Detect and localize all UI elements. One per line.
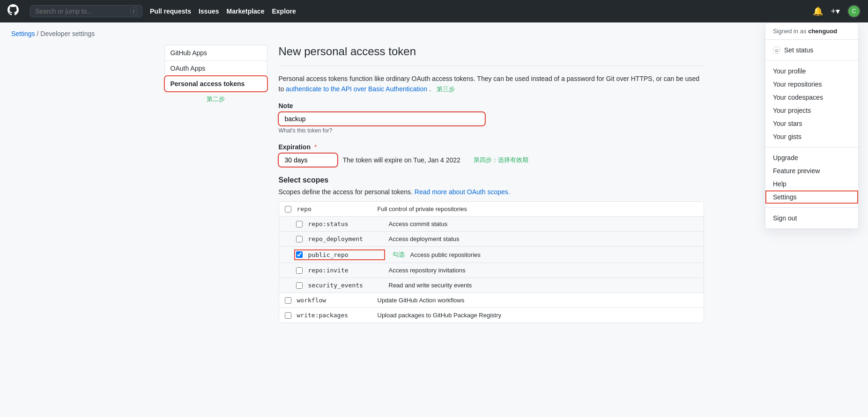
- status-icon: ☺: [773, 46, 780, 54]
- dropdown-help[interactable]: Help: [765, 177, 858, 190]
- scope-checkbox-repo-status[interactable]: [296, 221, 303, 227]
- check-label: 勾选: [393, 250, 405, 259]
- dropdown-your-profile[interactable]: Your profile: [765, 65, 858, 78]
- search-shortcut: /: [130, 7, 137, 15]
- scope-name-security-events: security_events: [308, 282, 383, 289]
- scope-desc-repo-status: Access commit status: [389, 220, 448, 227]
- username: chenguod: [808, 28, 837, 35]
- expiration-label: Expiration: [279, 143, 311, 151]
- scope-checkbox-security-events[interactable]: [296, 282, 303, 289]
- scope-desc-repo-invite: Access repository invitations: [389, 267, 466, 274]
- user-dropdown: Signed in as chenguod ☺ Set status Your …: [765, 22, 859, 229]
- dropdown-profile-section: Your profile Your repositories Your code…: [765, 61, 858, 147]
- nav-pull-requests[interactable]: Pull requests: [150, 7, 191, 15]
- step2-label: 第二步: [164, 95, 267, 103]
- expiration-select[interactable]: 30 days 60 days 90 days Custom No expira…: [279, 154, 337, 167]
- main-layout: GitHub Apps OAuth Apps Personal access t…: [153, 45, 715, 323]
- scope-desc-security-events: Read and write security events: [389, 282, 472, 289]
- desc-link[interactable]: authenticate to the API over Basic Authe…: [286, 85, 427, 93]
- scope-checkbox-repo[interactable]: [285, 206, 291, 212]
- scopes-desc-link[interactable]: Read more about OAuth scopes.: [415, 188, 510, 196]
- expiration-row: 30 days 60 days 90 days Custom No expira…: [279, 154, 704, 167]
- scope-name-repo-deployment: repo_deployment: [308, 235, 383, 242]
- scope-desc-repo-deployment: Access deployment status: [389, 235, 460, 242]
- expiration-date-text: The token will expire on Tue, Jan 4 2022: [343, 156, 460, 164]
- scope-name-write-packages: write:packages: [297, 312, 372, 319]
- scope-row-repo-deployment: repo_deployment Access deployment status: [279, 232, 704, 247]
- search-input[interactable]: [35, 7, 126, 15]
- dropdown-feature-preview[interactable]: Feature preview: [765, 164, 858, 177]
- dropdown-your-stars[interactable]: Your stars: [765, 117, 858, 130]
- scopes-desc-text: Scopes define the access for personal to…: [279, 188, 415, 196]
- dropdown-status-section: ☺ Set status: [765, 40, 858, 61]
- description: Personal access tokens function like ord…: [279, 73, 704, 95]
- dropdown-your-gists[interactable]: Your gists: [765, 130, 858, 143]
- expiration-group: Expiration * 30 days 60 days 90 days Cus…: [279, 143, 704, 167]
- expiration-label-row: Expiration *: [279, 143, 704, 151]
- scopes-section: Select scopes Scopes define the access f…: [279, 176, 704, 323]
- search-box[interactable]: /: [30, 5, 142, 17]
- scope-checkbox-workflow[interactable]: [285, 297, 291, 304]
- avatar-button[interactable]: C: [847, 5, 861, 18]
- scope-desc-repo: Full control of private repositories: [378, 205, 467, 212]
- scope-name-repo-invite: repo:invite: [308, 267, 383, 274]
- scope-row-repo-invite: repo:invite Access repository invitation…: [279, 263, 704, 278]
- github-logo: [7, 4, 19, 18]
- dropdown-header: Signed in as chenguod: [765, 23, 858, 40]
- scope-checkbox-repo-deployment[interactable]: [296, 236, 303, 242]
- sidebar: GitHub Apps OAuth Apps Personal access t…: [164, 45, 267, 323]
- signed-in-text: Signed in as: [773, 28, 808, 35]
- set-status-item[interactable]: ☺ Set status: [765, 44, 858, 57]
- nav-links: Pull requests Issues Marketplace Explore: [150, 7, 296, 15]
- required-indicator: *: [314, 143, 317, 151]
- dropdown-your-codespaces[interactable]: Your codespaces: [765, 91, 858, 104]
- public-repo-highlight: public_repo: [296, 251, 383, 258]
- dropdown-your-repositories[interactable]: Your repositories: [765, 78, 858, 91]
- scope-row-workflow: workflow Update GitHub Action workflows: [279, 293, 704, 308]
- note-hint: What's this token for?: [279, 127, 704, 134]
- dropdown-account-section: Upgrade Feature preview Help Settings: [765, 147, 858, 208]
- scope-name-public-repo: public_repo: [308, 251, 383, 258]
- scope-checkbox-public-repo[interactable]: [296, 251, 303, 258]
- expiration-select-wrapper: 30 days 60 days 90 days Custom No expira…: [279, 154, 337, 167]
- add-button[interactable]: +▾: [831, 6, 840, 16]
- note-input[interactable]: [279, 112, 485, 125]
- dropdown-upgrade[interactable]: Upgrade: [765, 151, 858, 164]
- content-area: New personal access token Personal acces…: [279, 45, 704, 323]
- scope-row-repo: repo Full control of private repositorie…: [279, 202, 704, 217]
- scope-name-repo: repo: [297, 205, 372, 212]
- scope-desc-workflow: Update GitHub Action workflows: [378, 297, 465, 304]
- breadcrumb: Settings / Developer settings: [0, 22, 868, 45]
- scope-row-security-events: security_events Read and write security …: [279, 278, 704, 293]
- sidebar-item-github-apps[interactable]: GitHub Apps: [164, 45, 267, 61]
- scopes-desc: Scopes define the access for personal to…: [279, 188, 704, 196]
- scope-row-repo-status: repo:status Access commit status: [279, 217, 704, 232]
- scope-name-workflow: workflow: [297, 297, 372, 304]
- desc-text-2: .: [429, 85, 431, 93]
- step4-label: 第四步：选择有效期: [474, 156, 528, 164]
- scope-row-public-repo: public_repo 勾选 Access public repositorie…: [279, 247, 704, 263]
- dropdown-your-projects[interactable]: Your projects: [765, 104, 858, 117]
- step3-label: 第三步: [437, 86, 455, 93]
- nav-marketplace[interactable]: Marketplace: [227, 7, 265, 15]
- scope-row-write-packages: write:packages Upload packages to GitHub…: [279, 308, 704, 322]
- scopes-title: Select scopes: [279, 176, 704, 184]
- scope-checkbox-write-packages[interactable]: [285, 312, 291, 319]
- settings-breadcrumb-link[interactable]: Settings: [11, 30, 35, 37]
- developer-settings-breadcrumb: Developer settings: [40, 30, 95, 37]
- nav-issues[interactable]: Issues: [199, 7, 219, 15]
- dropdown-signout[interactable]: Sign out: [765, 212, 858, 225]
- notification-button[interactable]: 🔔: [813, 6, 823, 16]
- dropdown-signout-section: Sign out: [765, 208, 858, 228]
- scope-checkbox-repo-invite[interactable]: [296, 267, 303, 274]
- scope-desc-public-repo: Access public repositories: [410, 251, 481, 258]
- page-title: New personal access token: [279, 45, 704, 66]
- sidebar-item-oauth-apps[interactable]: OAuth Apps: [164, 60, 267, 76]
- note-label: Note: [279, 102, 704, 110]
- scope-name-repo-status: repo:status: [308, 220, 383, 227]
- sidebar-item-personal-access-tokens[interactable]: Personal access tokens: [164, 76, 267, 92]
- set-status-label: Set status: [784, 46, 813, 54]
- scope-desc-write-packages: Upload packages to GitHub Package Regist…: [378, 312, 501, 319]
- nav-explore[interactable]: Explore: [272, 7, 296, 15]
- dropdown-settings[interactable]: Settings: [765, 190, 858, 204]
